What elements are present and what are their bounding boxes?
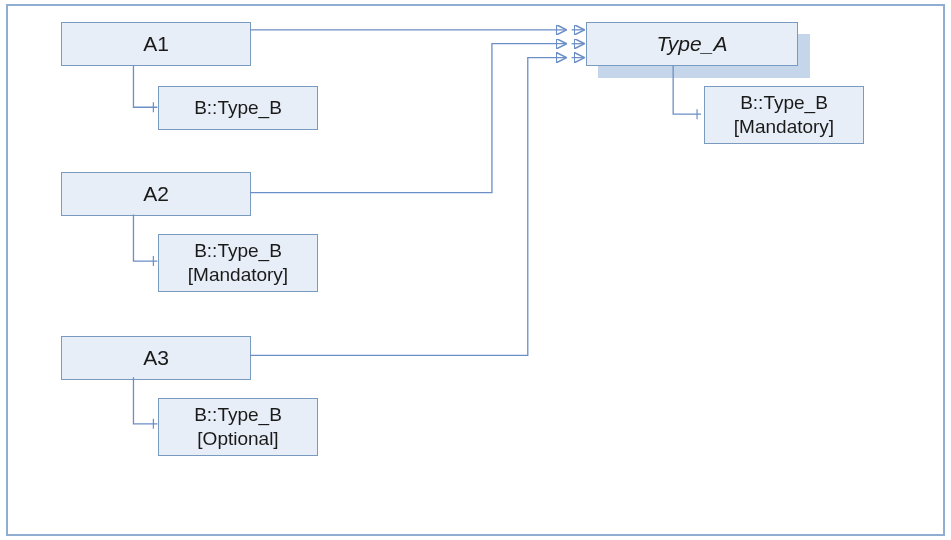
node-a1-child-label: B::Type_B: [194, 96, 282, 120]
node-a2-child-label: B::Type_B[Mandatory]: [188, 239, 288, 287]
diagram-canvas: A1 B::Type_B A2 B::Type_B[Mandatory] A3 …: [6, 4, 945, 536]
node-a2: A2: [61, 172, 251, 216]
edge-a1-to-child: [133, 66, 157, 108]
node-a1: A1: [61, 22, 251, 66]
node-a3-child: B::Type_B[Optional]: [158, 398, 318, 456]
node-a3: A3: [61, 336, 251, 380]
node-type-a-child: B::Type_B[Mandatory]: [704, 86, 864, 144]
node-type-a: Type_A: [586, 22, 798, 66]
edge-a3-to-child: [133, 377, 157, 424]
node-a3-child-label: B::Type_B[Optional]: [194, 403, 282, 451]
node-a1-label: A1: [143, 31, 169, 57]
node-a2-label: A2: [143, 181, 169, 207]
node-type-a-label: Type_A: [657, 31, 728, 57]
node-a1-child: B::Type_B: [158, 86, 318, 130]
node-a3-label: A3: [143, 345, 169, 371]
node-a2-child: B::Type_B[Mandatory]: [158, 234, 318, 292]
edge-a2-to-child: [133, 214, 157, 261]
node-type-a-child-label: B::Type_B[Mandatory]: [734, 91, 834, 139]
